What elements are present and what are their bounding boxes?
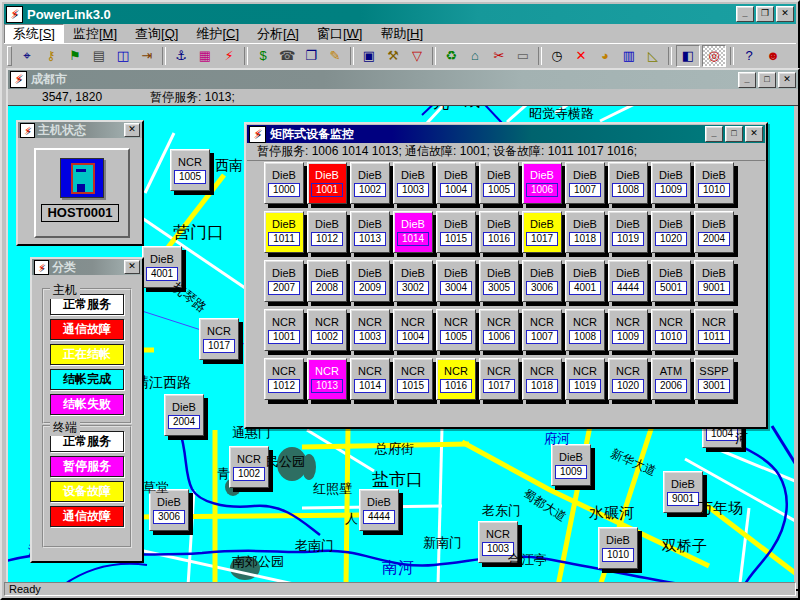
matrix-maximize-button[interactable]: □ — [725, 126, 743, 142]
device-button-DieB-1008[interactable]: DieB1008 — [608, 162, 648, 204]
device-button-DieB-2007[interactable]: DieB2007 — [264, 260, 304, 302]
device-button-NCR-1013[interactable]: NCR1013 — [307, 358, 347, 400]
device-button-DieB-1005[interactable]: DieB1005 — [479, 162, 519, 204]
target-view-icon[interactable]: ◎ — [702, 45, 726, 67]
agent-icon[interactable]: ☻ — [762, 46, 784, 66]
color-grid-icon[interactable]: ▦ — [194, 46, 216, 66]
host-window-close-button[interactable]: ✕ — [124, 123, 140, 137]
bar-chart-icon[interactable]: ▥ — [618, 46, 640, 66]
device-button-DieB-1010[interactable]: DieB1010 — [598, 527, 638, 569]
legend-window-close-button[interactable]: ✕ — [124, 260, 140, 274]
host-name[interactable]: HOST0001 — [41, 204, 119, 222]
device-button-DieB-3006[interactable]: DieB3006 — [149, 489, 189, 531]
device-button-DieB-1003[interactable]: DieB1003 — [393, 162, 433, 204]
device-button-DieB-2004[interactable]: DieB2004 — [164, 394, 204, 436]
device-button-DieB-1014[interactable]: DieB1014 — [393, 211, 433, 253]
device-button-DieB-1011[interactable]: DieB1011 — [264, 211, 304, 253]
device-button-DieB-4444[interactable]: DieB4444 — [359, 489, 399, 531]
map-window-title-bar[interactable]: ⚡ 成都市 _ □ ✕ — [8, 70, 798, 89]
device-button-DieB-1002[interactable]: DieB1002 — [350, 162, 390, 204]
brush-icon[interactable]: ✎ — [324, 46, 346, 66]
menu-M[interactable]: 监控[M] — [64, 24, 126, 44]
map-close-button[interactable]: ✕ — [778, 72, 796, 88]
device-button-DieB-1000[interactable]: DieB1000 — [264, 162, 304, 204]
help-icon[interactable]: ? — [738, 46, 760, 66]
device-button-ATM-2006[interactable]: ATM2006 — [651, 358, 691, 400]
device-button-DieB-1004[interactable]: DieB1004 — [436, 162, 476, 204]
matrix-minimize-button[interactable]: _ — [705, 126, 723, 142]
window-tool-icon[interactable]: ▣ — [358, 46, 380, 66]
device-button-DieB-1018[interactable]: DieB1018 — [565, 211, 605, 253]
menu-S[interactable]: 系统[S] — [4, 24, 64, 44]
device-button-NCR-1019[interactable]: NCR1019 — [565, 358, 605, 400]
device-button-NCR-1008[interactable]: NCR1008 — [565, 309, 605, 351]
eraser-icon[interactable]: ▭ — [512, 46, 534, 66]
device-button-DieB-5001[interactable]: DieB5001 — [651, 260, 691, 302]
device-button-DieB-3004[interactable]: DieB3004 — [436, 260, 476, 302]
clock-icon[interactable]: ◷ — [546, 46, 568, 66]
device-button-NCR-1015[interactable]: NCR1015 — [393, 358, 433, 400]
device-button-NCR-1005[interactable]: NCR1005 — [170, 149, 210, 191]
map-minimize-button[interactable]: _ — [738, 72, 756, 88]
device-button-NCR-1004[interactable]: NCR1004 — [393, 309, 433, 351]
device-button-NCR-1009[interactable]: NCR1009 — [608, 309, 648, 351]
close-button[interactable]: ✕ — [776, 6, 794, 22]
bank-icon[interactable]: ⌂ — [464, 46, 486, 66]
scissors-icon[interactable]: ✂ — [488, 46, 510, 66]
device-button-DieB-1020[interactable]: DieB1020 — [651, 211, 691, 253]
device-button-NCR-1018[interactable]: NCR1018 — [522, 358, 562, 400]
host-computer-icon[interactable] — [60, 158, 104, 198]
legend-window-title-bar[interactable]: ⚡ 分类 ✕ — [32, 259, 142, 275]
device-button-SSPP-3001[interactable]: SSPP3001 — [694, 358, 734, 400]
phone-icon[interactable]: ☎ — [276, 46, 298, 66]
exit-door-icon[interactable]: ⇥ — [136, 46, 158, 66]
device-button-NCR-1011[interactable]: NCR1011 — [694, 309, 734, 351]
device-button-DieB-1019[interactable]: DieB1019 — [608, 211, 648, 253]
money-bag-icon[interactable]: $ — [252, 46, 274, 66]
device-button-DieB-1016[interactable]: DieB1016 — [479, 211, 519, 253]
device-button-DieB-2009[interactable]: DieB2009 — [350, 260, 390, 302]
hp-doc-icon[interactable]: ◫ — [112, 46, 134, 66]
minimize-button[interactable]: _ — [736, 6, 754, 22]
map-maximize-button[interactable]: □ — [758, 72, 776, 88]
device-button-NCR-1003[interactable]: NCR1003 — [350, 309, 390, 351]
device-button-DieB-1009[interactable]: DieB1009 — [551, 444, 591, 486]
device-button-DieB-1006[interactable]: DieB1006 — [522, 162, 562, 204]
building-view-icon[interactable]: ◧ — [676, 45, 700, 67]
menu-H[interactable]: 帮助[H] — [371, 24, 432, 44]
device-button-NCR-1016[interactable]: NCR1016 — [436, 358, 476, 400]
device-button-DieB-1015[interactable]: DieB1015 — [436, 211, 476, 253]
menu-W[interactable]: 窗口[W] — [308, 24, 372, 44]
device-button-DieB-1001[interactable]: DieB1001 — [307, 162, 347, 204]
device-button-NCR-1012[interactable]: NCR1012 — [264, 358, 304, 400]
device-button-NCR-1017[interactable]: NCR1017 — [199, 318, 239, 360]
device-button-NCR-1010[interactable]: NCR1010 — [651, 309, 691, 351]
monitor-map-icon[interactable]: ⚓ — [170, 46, 192, 66]
host-window-title-bar[interactable]: ⚡ 主机状态 ✕ — [18, 122, 142, 138]
cascade-windows-icon[interactable]: ❐ — [300, 46, 322, 66]
device-button-NCR-1007[interactable]: NCR1007 — [522, 309, 562, 351]
device-button-DieB-9001[interactable]: DieB9001 — [663, 471, 703, 513]
device-button-DieB-2008[interactable]: DieB2008 — [307, 260, 347, 302]
set-square-icon[interactable]: ◺ — [642, 46, 664, 66]
device-button-DieB-9001[interactable]: DieB9001 — [694, 260, 734, 302]
device-button-DieB-1013[interactable]: DieB1013 — [350, 211, 390, 253]
device-button-NCR-1002[interactable]: NCR1002 — [229, 446, 269, 488]
device-button-NCR-1002[interactable]: NCR1002 — [307, 309, 347, 351]
device-button-DieB-1007[interactable]: DieB1007 — [565, 162, 605, 204]
device-button-NCR-1020[interactable]: NCR1020 — [608, 358, 648, 400]
key-icon[interactable]: ⚷ — [40, 46, 62, 66]
funnel-icon[interactable]: ▽ — [406, 46, 428, 66]
restore-button[interactable]: ❐ — [756, 6, 774, 22]
find-device-icon[interactable]: ⌖ — [16, 46, 38, 66]
menu-Q[interactable]: 查询[Q] — [126, 24, 187, 44]
device-button-DieB-3006[interactable]: DieB3006 — [522, 260, 562, 302]
device-button-DieB-1017[interactable]: DieB1017 — [522, 211, 562, 253]
toolbar-handle[interactable] — [7, 46, 12, 66]
device-button-NCR-1014[interactable]: NCR1014 — [350, 358, 390, 400]
device-button-NCR-1001[interactable]: NCR1001 — [264, 309, 304, 351]
device-button-DieB-4444[interactable]: DieB4444 — [608, 260, 648, 302]
device-button-DieB-4001[interactable]: DieB4001 — [565, 260, 605, 302]
menu-C[interactable]: 维护[C] — [187, 24, 248, 44]
device-button-DieB-3002[interactable]: DieB3002 — [393, 260, 433, 302]
